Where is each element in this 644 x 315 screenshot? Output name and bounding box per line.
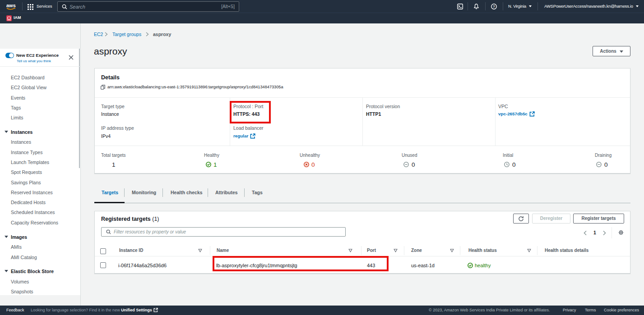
svg-text:?: ? [493, 5, 495, 9]
svg-text:aws: aws [6, 3, 16, 8]
